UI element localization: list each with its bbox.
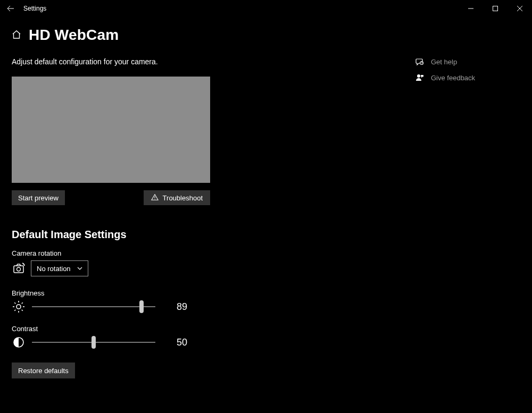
restore-defaults-button[interactable]: Restore defaults xyxy=(12,363,75,378)
svg-point-7 xyxy=(17,267,21,271)
slider-thumb[interactable] xyxy=(139,300,144,313)
titlebar: Settings xyxy=(0,0,532,17)
minimize-icon xyxy=(468,6,473,11)
svg-line-14 xyxy=(22,310,23,311)
svg-line-16 xyxy=(22,302,23,304)
svg-rect-1 xyxy=(493,6,498,11)
warning-icon xyxy=(151,193,159,203)
start-preview-button[interactable]: Start preview xyxy=(12,190,65,205)
rotation-select[interactable]: No rotation xyxy=(31,260,88,276)
svg-point-5 xyxy=(154,198,155,199)
get-help-link[interactable]: Get help xyxy=(415,57,521,66)
brightness-slider[interactable] xyxy=(32,300,155,313)
close-button[interactable] xyxy=(508,0,532,17)
home-icon[interactable] xyxy=(12,30,21,41)
rotation-value: No rotation xyxy=(37,265,71,273)
brightness-icon xyxy=(12,300,26,313)
arrow-left-icon xyxy=(7,5,14,12)
content-row: Adjust default configuration for your ca… xyxy=(0,57,532,378)
chat-help-icon xyxy=(415,57,425,66)
maximize-icon xyxy=(493,6,498,11)
chevron-down-icon xyxy=(77,265,82,273)
svg-point-8 xyxy=(16,305,21,309)
rotation-label: Camera rotation xyxy=(12,249,331,257)
give-feedback-link[interactable]: Give feedback xyxy=(415,73,521,82)
main-column: Adjust default configuration for your ca… xyxy=(12,57,331,378)
rotation-row: No rotation xyxy=(12,260,331,276)
titlebar-left: Settings xyxy=(0,0,46,17)
page-title: HD WebCam xyxy=(29,27,119,44)
maximize-button[interactable] xyxy=(483,0,508,17)
brightness-value: 89 xyxy=(177,301,187,313)
get-help-label: Get help xyxy=(431,58,457,66)
svg-rect-6 xyxy=(14,266,23,273)
contrast-slider[interactable] xyxy=(32,336,155,349)
preview-actions: Start preview Troubleshoot xyxy=(12,190,210,205)
restore-defaults-label: Restore defaults xyxy=(18,367,69,375)
minimize-button[interactable] xyxy=(459,0,483,17)
slider-track xyxy=(32,306,155,307)
brightness-row: 89 xyxy=(12,300,331,313)
svg-point-19 xyxy=(417,74,420,78)
back-button[interactable] xyxy=(0,0,21,17)
brightness-label: Brightness xyxy=(12,289,331,297)
side-column: Get help Give feedback xyxy=(415,57,521,89)
svg-rect-20 xyxy=(421,75,423,77)
contrast-row: 50 xyxy=(12,336,331,349)
slider-thumb[interactable] xyxy=(92,336,96,349)
troubleshoot-button[interactable]: Troubleshoot xyxy=(144,190,210,205)
feedback-icon xyxy=(415,73,425,82)
caption-buttons xyxy=(459,0,532,17)
contrast-icon xyxy=(12,336,26,348)
window-title: Settings xyxy=(21,5,46,12)
page-subtitle: Adjust default configuration for your ca… xyxy=(12,57,331,66)
camera-preview xyxy=(12,77,210,183)
svg-line-15 xyxy=(14,310,15,311)
contrast-value: 50 xyxy=(177,337,187,348)
contrast-label: Contrast xyxy=(12,325,331,333)
rotate-camera-icon xyxy=(12,261,26,276)
troubleshoot-label: Troubleshoot xyxy=(163,194,203,202)
section-heading: Default Image Settings xyxy=(12,229,331,241)
svg-line-13 xyxy=(14,302,15,304)
start-preview-label: Start preview xyxy=(18,194,59,202)
close-icon xyxy=(517,6,522,11)
page-header: HD WebCam xyxy=(12,27,532,44)
give-feedback-label: Give feedback xyxy=(431,74,475,82)
